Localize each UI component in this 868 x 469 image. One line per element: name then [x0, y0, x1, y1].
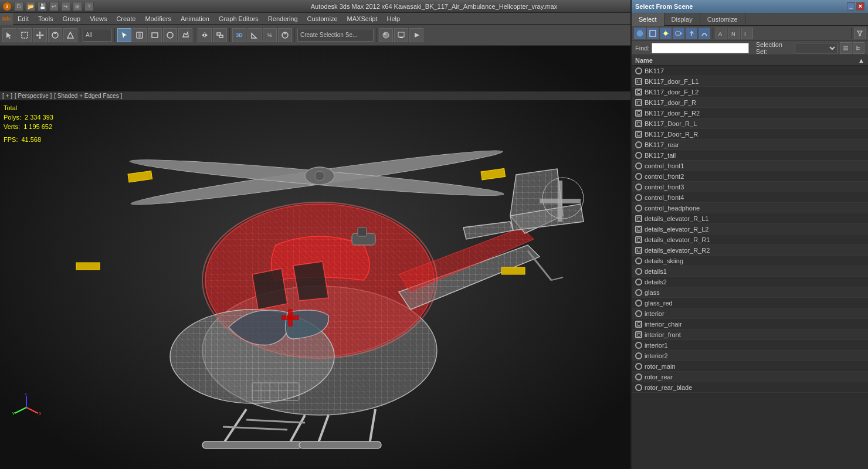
col-sort-arrow[interactable]: ▲	[858, 57, 864, 64]
list-item[interactable]: interior_chair	[632, 319, 868, 329]
fence-select-tool[interactable]	[178, 28, 192, 42]
menu-help[interactable]: Help	[382, 13, 405, 25]
list-item[interactable]: interior2	[632, 351, 868, 361]
mirror-tool[interactable]	[198, 28, 212, 42]
tb-open[interactable]: 📂	[26, 2, 35, 11]
list-item[interactable]: details_elevator_R_L2	[632, 224, 868, 235]
icon-spacewarps[interactable]	[699, 28, 710, 39]
scale-tool[interactable]	[63, 28, 77, 42]
find-input[interactable]	[652, 43, 748, 53]
sel-set-dropdown[interactable]	[795, 43, 838, 53]
rotate-tool[interactable]	[48, 28, 62, 42]
icon-lights[interactable]	[660, 28, 672, 39]
percent-snap-toggle[interactable]: %	[263, 28, 277, 42]
menu-edit[interactable]: Edit	[13, 13, 33, 25]
list-item[interactable]: BK117_door_F_R	[632, 97, 868, 108]
tb-ref[interactable]: ⊞	[73, 2, 82, 11]
list-item[interactable]: details_skiing	[632, 256, 868, 266]
tb-new[interactable]: 🗋	[14, 2, 23, 11]
select-tool[interactable]	[2, 28, 16, 42]
rect-select-tool[interactable]	[148, 28, 162, 42]
icon-geometry[interactable]	[634, 28, 646, 39]
menu-views[interactable]: Views	[85, 13, 111, 25]
list-item[interactable]: details2	[632, 277, 868, 287]
menu-tools[interactable]: Tools	[33, 13, 58, 25]
named-selection-dropdown[interactable]: Create Selection Se...	[297, 29, 374, 42]
object-list[interactable]: BK117BK117_door_F_L1BK117_door_F_L2BK117…	[632, 66, 868, 469]
move-tool[interactable]	[33, 28, 47, 42]
tb-help[interactable]: ?	[84, 2, 94, 11]
icon-none[interactable]: N	[728, 28, 740, 39]
select-object-tool[interactable]	[117, 28, 131, 42]
menu-animation[interactable]: Animation	[176, 13, 214, 25]
select-region-tool[interactable]	[18, 28, 32, 42]
svg-point-42	[315, 171, 324, 181]
list-item[interactable]: BK117_Door_R_L	[632, 118, 868, 129]
tab-display[interactable]: Display	[664, 13, 700, 26]
render-tool[interactable]	[409, 28, 423, 42]
icon-all[interactable]: A	[716, 28, 727, 39]
selection-filter-dropdown[interactable]: All	[83, 29, 112, 42]
list-item[interactable]: BK117_door_F_R2	[632, 108, 868, 118]
icon-filter[interactable]	[854, 28, 866, 39]
list-item[interactable]: BK117_door_F_L2	[632, 87, 868, 97]
list-item[interactable]: control_headphone	[632, 203, 868, 213]
menu-customize[interactable]: Customize	[303, 13, 343, 25]
list-item[interactable]: control_front4	[632, 192, 868, 203]
tab-select[interactable]: Select	[632, 13, 664, 26]
tb-save[interactable]: 💾	[38, 2, 47, 11]
snap-toggle[interactable]: 3D	[232, 28, 246, 42]
tb-undo[interactable]: ↩	[49, 2, 59, 11]
icon-invert[interactable]: I	[741, 28, 753, 39]
list-item[interactable]: control_front3	[632, 182, 868, 192]
list-item[interactable]: details1	[632, 266, 868, 277]
list-item[interactable]: details_elevator_R_R1	[632, 235, 868, 245]
list-item[interactable]: BK117_door_F_L1	[632, 76, 868, 87]
angle-snap-toggle[interactable]	[247, 28, 262, 42]
list-item[interactable]: rotor_rear_blade	[632, 382, 868, 393]
tree-view-btn[interactable]	[853, 42, 864, 54]
list-item[interactable]: BK117_rear	[632, 140, 868, 150]
icon-shapes[interactable]	[647, 28, 659, 39]
list-item[interactable]: rotor_rear	[632, 372, 868, 382]
list-item[interactable]: interior_front	[632, 329, 868, 340]
menu-create[interactable]: Create	[111, 13, 140, 25]
menu-graph-editors[interactable]: Graph Editors	[214, 13, 263, 25]
sep2	[114, 28, 115, 42]
list-view-btn[interactable]	[840, 42, 852, 54]
render-setup-tool[interactable]	[394, 28, 408, 42]
app-logo[interactable]: 3	[2, 2, 12, 11]
list-item[interactable]: BK117	[632, 66, 868, 76]
viewport[interactable]: [ + ] [ Perspective ] [ Shaded + Edged F…	[0, 46, 630, 469]
object-name: details_elevator_R_L1	[645, 215, 708, 222]
list-item[interactable]: details_elevator_R_L1	[632, 213, 868, 224]
tab-customize[interactable]: Customize	[700, 13, 745, 26]
list-item[interactable]: BK117_Door_R_R	[632, 129, 868, 140]
select-by-name-tool[interactable]	[133, 28, 147, 42]
viewport-plus[interactable]: [ + ]	[2, 93, 12, 99]
list-item[interactable]: BK117_tail	[632, 150, 868, 161]
circle-select-tool[interactable]	[163, 28, 177, 42]
menu-maxscript[interactable]: MAXScript	[343, 13, 382, 25]
tb-redo[interactable]: ↪	[61, 2, 70, 11]
menu-modifiers[interactable]: Modifiers	[140, 13, 176, 25]
viewport-perspective[interactable]: [ Perspective ]	[15, 93, 52, 99]
list-item[interactable]: interior1	[632, 340, 868, 351]
panel-close[interactable]: ✕	[856, 2, 864, 11]
menu-group[interactable]: Group	[58, 13, 86, 25]
material-editor-tool[interactable]	[379, 28, 393, 42]
panel-min[interactable]: _	[847, 2, 855, 11]
list-item[interactable]: rotor_main	[632, 361, 868, 372]
list-item[interactable]: control_front2	[632, 171, 868, 182]
align-tool[interactable]	[213, 28, 227, 42]
list-item[interactable]: glass_red	[632, 298, 868, 308]
icon-helpers[interactable]	[686, 28, 697, 39]
list-item[interactable]: glass	[632, 287, 868, 298]
list-item[interactable]: control_front1	[632, 161, 868, 171]
viewport-shading[interactable]: [ Shaded + Edged Faces ]	[54, 93, 122, 99]
list-item[interactable]: interior	[632, 308, 868, 319]
spinner-snap-toggle[interactable]	[278, 28, 292, 42]
icon-cameras[interactable]	[673, 28, 684, 39]
menu-rendering[interactable]: Rendering	[263, 13, 303, 25]
list-item[interactable]: details_elevator_R_R2	[632, 245, 868, 256]
